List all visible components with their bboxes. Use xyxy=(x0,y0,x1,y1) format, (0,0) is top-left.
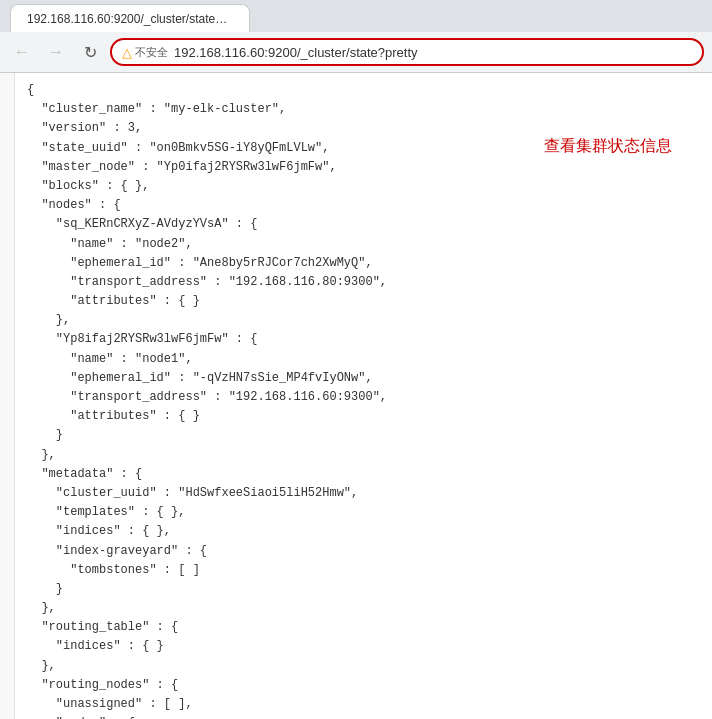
security-label: 不安全 xyxy=(135,45,168,60)
nav-bar: ← → ↻ △ 不安全 192.168.116.60:9200/_cluster… xyxy=(0,32,712,72)
annotation: 查看集群状态信息 xyxy=(544,133,672,159)
url-text: 192.168.116.60:9200/_cluster/state?prett… xyxy=(174,45,692,60)
left-sidebar xyxy=(0,73,15,719)
tab-label: 192.168.116.60:9200/_cluster/state?prett… xyxy=(27,12,233,26)
security-warning: △ 不安全 xyxy=(122,45,168,60)
warning-icon: △ xyxy=(122,45,132,60)
forward-button[interactable]: → xyxy=(42,38,70,66)
browser-chrome: 192.168.116.60:9200/_cluster/state?prett… xyxy=(0,0,712,73)
back-button[interactable]: ← xyxy=(8,38,36,66)
content-area: 查看集群状态信息 { "cluster_name" : "my-elk-clus… xyxy=(0,73,712,719)
address-bar[interactable]: △ 不安全 192.168.116.60:9200/_cluster/state… xyxy=(110,38,704,66)
active-tab[interactable]: 192.168.116.60:9200/_cluster/state?prett… xyxy=(10,4,250,32)
tab-bar: 192.168.116.60:9200/_cluster/state?prett… xyxy=(0,0,712,32)
main-content: 查看集群状态信息 { "cluster_name" : "my-elk-clus… xyxy=(15,73,712,719)
reload-button[interactable]: ↻ xyxy=(76,38,104,66)
json-response: { "cluster_name" : "my-elk-cluster", "ve… xyxy=(27,81,700,719)
